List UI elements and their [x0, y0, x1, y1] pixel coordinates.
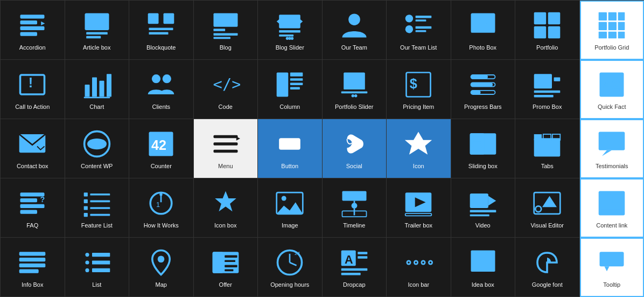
svg-rect-79	[534, 95, 554, 98]
widget-cell-accordion[interactable]: Accordion	[1, 1, 65, 60]
widget-cell-opening-hours[interactable]: 24Opening hours	[258, 238, 323, 297]
svg-point-124	[282, 196, 286, 201]
svg-rect-154	[92, 260, 110, 264]
svg-point-64	[347, 76, 351, 80]
offer-label: Offer	[219, 281, 232, 288]
widget-cell-contact-box[interactable]: Contact box	[1, 119, 65, 178]
widget-cell-portfolio[interactable]: Portfolio	[515, 1, 580, 60]
widget-cell-timeline[interactable]: Timeline	[323, 178, 387, 238]
svg-rect-110	[83, 192, 87, 196]
svg-rect-21	[279, 30, 300, 33]
widget-cell-content-wp[interactable]: Content WP	[65, 119, 130, 178]
svg-rect-51	[92, 77, 97, 96]
widget-cell-dropcap[interactable]: ADropcap	[323, 238, 387, 297]
widget-cell-image[interactable]: Image	[258, 178, 323, 238]
widget-cell-feature-list[interactable]: Feature List	[65, 178, 130, 238]
blog-slider-icon	[275, 11, 304, 40]
promo-box-label: Promo Box	[533, 103, 562, 110]
svg-rect-112	[83, 206, 87, 210]
widget-cell-column[interactable]: Column	[258, 60, 323, 119]
svg-rect-187	[601, 255, 606, 264]
widget-cell-how-it-works[interactable]: 1How It Works	[129, 178, 194, 238]
widget-cell-pricing-item[interactable]: $Pricing Item	[387, 60, 451, 119]
widget-cell-button[interactable]: Button	[258, 119, 323, 178]
button-label: Button	[281, 163, 298, 170]
widget-cell-sliding-box[interactable]: Sliding box	[451, 119, 516, 178]
widget-cell-promo-box[interactable]: Promo Box	[515, 60, 580, 119]
code-label: Code	[219, 103, 233, 110]
widget-cell-icon-cell[interactable]: Icon	[387, 119, 451, 178]
widget-cell-blog[interactable]: Blog	[194, 1, 258, 60]
widget-cell-portfolio-grid[interactable]: Portfolio Grid	[580, 1, 645, 60]
svg-marker-92	[405, 132, 432, 154]
widget-cell-faq[interactable]: ?FAQ	[1, 178, 65, 238]
widget-cell-list[interactable]: List	[65, 238, 130, 297]
svg-rect-87	[213, 135, 237, 138]
widget-cell-photo-box[interactable]: Photo Box	[451, 1, 516, 60]
dropcap-icon: A	[340, 248, 369, 277]
widget-cell-video[interactable]: Video	[451, 178, 516, 238]
svg-text:24: 24	[295, 251, 300, 256]
svg-rect-18	[279, 15, 300, 28]
widget-cell-testimonials[interactable]: "Testimonials	[580, 119, 645, 178]
svg-text:": "	[150, 13, 155, 25]
portfolio-icon	[533, 11, 562, 40]
svg-rect-184	[481, 255, 485, 267]
widget-cell-info-box[interactable]: Info Box	[1, 238, 65, 297]
svg-text:?: ?	[40, 195, 45, 204]
widget-cell-clients[interactable]: Clients	[129, 60, 194, 119]
widget-cell-blog-slider[interactable]: Blog Slider	[258, 1, 323, 60]
widget-cell-article-box[interactable]: Article box	[65, 1, 130, 60]
svg-rect-78	[534, 91, 561, 93]
svg-rect-185	[487, 255, 491, 267]
svg-rect-171	[341, 268, 367, 271]
accordion-label: Accordion	[19, 44, 46, 51]
widget-cell-tooltip[interactable]: Tooltip	[580, 238, 645, 297]
svg-rect-13	[149, 32, 169, 35]
widget-cell-menu[interactable]: Menu	[194, 119, 258, 178]
widget-cell-content-link[interactable]: Content link	[580, 178, 645, 238]
widget-cell-google-font[interactable]: Google font	[515, 238, 580, 297]
widget-cell-offer[interactable]: Offer	[194, 238, 258, 297]
svg-rect-29	[416, 16, 432, 18]
svg-text:</>: </>	[213, 75, 240, 93]
widget-cell-social[interactable]: Social	[323, 119, 387, 178]
icon-cell-label: Icon	[413, 163, 424, 170]
widget-cell-call-to-action[interactable]: !Call to Action	[1, 60, 65, 119]
svg-point-66	[351, 94, 354, 97]
widget-cell-counter[interactable]: 42Counter	[129, 119, 194, 178]
svg-point-55	[152, 74, 160, 83]
widget-cell-tabs[interactable]: Tabs	[515, 119, 580, 178]
widget-cell-icon-box[interactable]: Icon box	[194, 178, 258, 238]
svg-marker-122	[215, 191, 236, 211]
list-icon	[82, 248, 111, 277]
svg-rect-44	[618, 22, 625, 30]
blog-slider-label: Blog Slider	[276, 44, 304, 51]
faq-icon: ?	[18, 189, 47, 218]
menu-icon	[211, 129, 240, 158]
svg-marker-138	[542, 196, 557, 207]
widget-cell-progress-bars[interactable]: Progress Bars	[451, 60, 516, 119]
widget-cell-chart[interactable]: Chart	[65, 60, 130, 119]
widget-cell-trailer-box[interactable]: Trailer box	[387, 178, 451, 238]
svg-text:$: $	[410, 76, 417, 91]
svg-rect-2	[20, 26, 45, 30]
map-label: Map	[156, 281, 167, 288]
widget-cell-visual-editor[interactable]: Visual Editor	[515, 178, 580, 238]
icon-bar-label: Icon bar	[408, 281, 429, 288]
widget-cell-icon-bar[interactable]: Icon bar	[387, 238, 451, 297]
widget-cell-our-team-list[interactable]: Our Team List	[387, 1, 451, 60]
widget-cell-our-team[interactable]: Our Team	[323, 1, 387, 60]
widget-cell-portfolio-slider[interactable]: Portfolio Slider	[323, 60, 387, 119]
widget-cell-code[interactable]: </>Code	[194, 60, 258, 119]
svg-rect-108	[20, 210, 38, 214]
svg-rect-22	[279, 34, 293, 37]
widget-cell-idea-box[interactable]: Idea box	[451, 238, 516, 297]
our-team-list-icon	[404, 11, 433, 40]
widget-cell-blockquote[interactable]: ""Blockquote	[129, 1, 194, 60]
svg-rect-169	[358, 252, 367, 254]
opening-hours-label: Opening hours	[270, 281, 309, 288]
widget-cell-quick-fact[interactable]: 42Quick Fact	[580, 60, 645, 119]
svg-point-151	[85, 260, 89, 264]
widget-cell-map[interactable]: Map	[129, 238, 194, 297]
